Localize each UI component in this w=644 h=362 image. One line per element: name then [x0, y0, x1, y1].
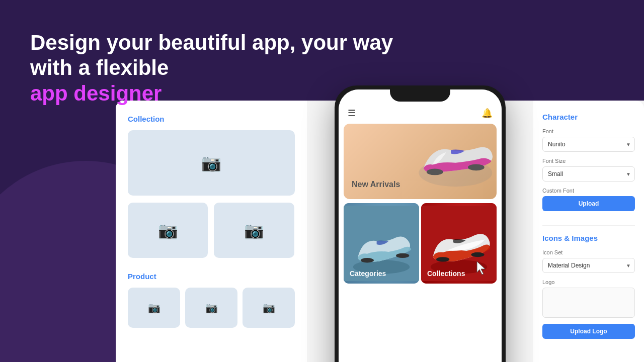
hero-section: Design your beautiful app, your way with… — [30, 30, 423, 106]
upload-logo-button[interactable]: Upload Logo — [542, 324, 635, 339]
collection-double-row: 📷 📷 — [128, 203, 295, 265]
main-container: Collection 📷 📷 📷 Product 📷 📷 📷 — [116, 101, 644, 362]
image-icon-4: 📷 — [148, 302, 160, 314]
product-placeholder-1: 📷 — [128, 288, 180, 328]
image-icon-6: 📷 — [263, 302, 275, 314]
cursor-svg — [475, 260, 489, 276]
logo-label: Logo — [542, 279, 635, 285]
collections-label: Collections — [427, 269, 465, 278]
character-title: Character — [542, 113, 635, 121]
hero-title: Design your beautiful app, your way with… — [30, 30, 423, 81]
banner-shoe-svg — [405, 124, 497, 199]
logo-placeholder — [542, 288, 635, 318]
collection-section-title: Collection — [128, 115, 295, 123]
collection-placeholder-small-2: 📷 — [214, 203, 294, 258]
bell-icon: 🔔 — [481, 108, 493, 119]
collection-placeholder-large: 📷 — [128, 130, 295, 196]
svg-point-9 — [436, 257, 449, 261]
product-triple-row: 📷 📷 📷 — [128, 288, 295, 335]
svg-point-6 — [396, 253, 409, 258]
phone-banner: New Arrivals — [344, 124, 497, 199]
panel-divider — [542, 225, 635, 226]
product-section-title: Product — [128, 272, 295, 281]
image-icon: 📷 — [201, 153, 221, 172]
banner-text: New Arrivals — [352, 180, 400, 189]
phone-area: ☰ 🔔 New Arrivals — [307, 101, 533, 362]
image-icon-2: 📷 — [158, 221, 178, 240]
custom-font-label: Custom Font — [542, 188, 635, 194]
collections-card: Collections — [421, 203, 497, 284]
product-placeholder-2: 📷 — [185, 288, 237, 328]
phone-screen: ☰ 🔔 New Arrivals — [339, 89, 502, 362]
right-panel: Character Font Nunito Roboto Open Sans ▼… — [533, 101, 644, 362]
banner-shoe-area — [405, 124, 497, 199]
icon-set-select-wrapper: Material Design Ionicons FontAwesome ▼ — [542, 258, 635, 273]
cursor-arrow — [475, 260, 489, 279]
icons-images-title: Icons & Images — [542, 234, 635, 242]
image-icon-5: 📷 — [205, 302, 218, 314]
font-size-select[interactable]: Small Medium Large — [542, 166, 635, 182]
font-size-label: Font Size — [542, 158, 635, 164]
icon-set-label: Icon Set — [542, 249, 635, 255]
image-icon-3: 📷 — [244, 221, 264, 240]
svg-point-2 — [468, 164, 485, 170]
hamburger-icon: ☰ — [348, 108, 356, 119]
svg-point-1 — [426, 169, 443, 175]
font-select-wrapper: Nunito Roboto Open Sans ▼ — [542, 137, 635, 152]
product-placeholder-3: 📷 — [243, 288, 295, 328]
phone-grid: Categories — [344, 203, 497, 284]
font-select[interactable]: Nunito Roboto Open Sans — [542, 137, 635, 152]
collection-placeholder-small-1: 📷 — [128, 203, 208, 258]
left-panel: Collection 📷 📷 📷 Product 📷 📷 📷 — [116, 101, 307, 362]
categories-label: Categories — [350, 269, 386, 278]
font-size-select-wrapper: Small Medium Large ▼ — [542, 166, 635, 182]
upload-font-button[interactable]: Upload — [542, 196, 635, 211]
svg-point-5 — [361, 258, 374, 262]
categories-card: Categories — [344, 203, 419, 284]
hero-subtitle: app designer — [30, 81, 423, 106]
font-label: Font — [542, 128, 635, 134]
phone-mockup: ☰ 🔔 New Arrivals — [335, 85, 506, 362]
icon-set-select[interactable]: Material Design Ionicons FontAwesome — [542, 258, 635, 273]
svg-point-10 — [471, 252, 484, 257]
